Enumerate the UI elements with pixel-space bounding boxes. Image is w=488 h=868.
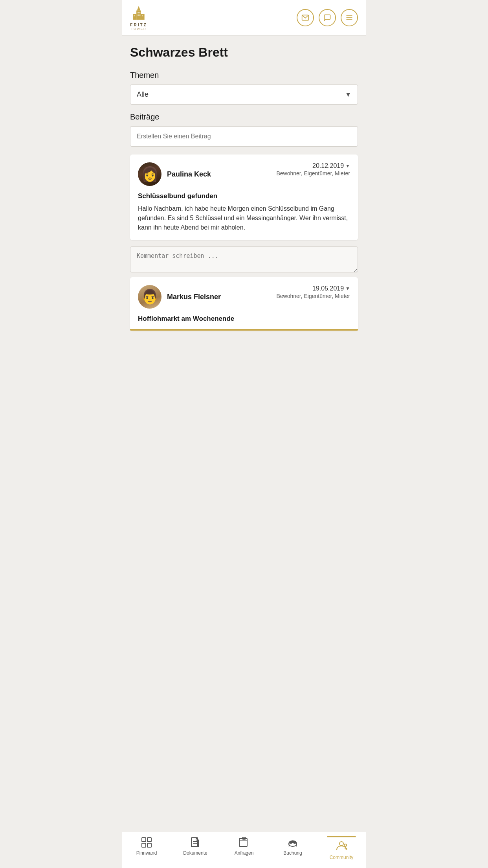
- post-date-arrow-icon: ▼: [345, 163, 350, 169]
- svg-rect-8: [134, 15, 135, 16]
- buchung-icon: [286, 836, 299, 849]
- svg-rect-14: [142, 838, 146, 842]
- bottom-nav: Pinnwand Dokumente Anfragen: [122, 832, 366, 868]
- post-user-info-2: Markus Fleisner: [138, 285, 221, 309]
- post-title-2: Hofflohmarkt am Wochenende: [138, 315, 350, 323]
- post-meta: 20.12.2019 ▼ Bewohner, Eigentümer, Miete…: [276, 162, 350, 177]
- logo: FRITZ TOWER: [130, 5, 147, 31]
- svg-rect-15: [147, 838, 151, 842]
- svg-rect-3: [139, 12, 140, 13]
- chat-button[interactable]: [319, 9, 336, 26]
- svg-rect-6: [133, 14, 136, 20]
- chevron-down-icon: ▼: [345, 91, 351, 98]
- post-user-info: Paulina Keck: [138, 162, 211, 186]
- svg-rect-5: [139, 15, 140, 16]
- nav-item-dokumente[interactable]: Dokumente: [171, 836, 220, 860]
- nav-label-anfragen: Anfragen: [235, 850, 254, 856]
- svg-rect-4: [138, 15, 139, 16]
- post-card-2: Markus Fleisner 19.05.2019 ▼ Bewohner, E…: [130, 277, 358, 331]
- comment-input[interactable]: [130, 246, 358, 272]
- anfragen-icon: [238, 836, 250, 849]
- nav-active-indicator: [327, 836, 356, 837]
- post-header-2: Markus Fleisner 19.05.2019 ▼ Bewohner, E…: [138, 285, 350, 309]
- nav-label-pinnwand: Pinnwand: [136, 850, 157, 856]
- header-icons: [297, 9, 358, 26]
- header: FRITZ TOWER: [122, 0, 366, 36]
- svg-rect-17: [147, 843, 151, 847]
- post-meta-2: 19.05.2019 ▼ Bewohner, Eigentümer, Miete…: [276, 285, 350, 299]
- mail-button[interactable]: [297, 9, 314, 26]
- svg-rect-21: [239, 839, 247, 846]
- mail-icon: [301, 14, 309, 22]
- dropdown-value: Alle: [137, 90, 149, 99]
- menu-button[interactable]: [341, 9, 358, 26]
- nav-label-community: Community: [330, 855, 354, 860]
- nav-label-dokumente: Dokumente: [183, 850, 207, 856]
- svg-point-30: [339, 842, 343, 846]
- main-content: Schwarzes Brett Themen Alle ▼ Beiträge P…: [122, 36, 366, 378]
- page-title: Schwarzes Brett: [130, 45, 358, 60]
- post-roles-2: Bewohner, Eigentümer, Mieter: [276, 293, 350, 299]
- post-author-name: Paulina Keck: [167, 170, 211, 178]
- themes-dropdown[interactable]: Alle ▼: [130, 85, 358, 105]
- nav-item-community[interactable]: Community: [317, 836, 366, 860]
- svg-rect-16: [142, 843, 146, 847]
- themes-label: Themen: [130, 71, 358, 80]
- post-date-2: 19.05.2019 ▼: [276, 285, 350, 292]
- post-header: Paulina Keck 20.12.2019 ▼ Bewohner, Eige…: [138, 162, 350, 186]
- community-icon: [335, 840, 348, 853]
- avatar: [138, 162, 161, 186]
- chat-icon: [323, 14, 331, 22]
- comment-input-container: [130, 246, 358, 274]
- create-post-input[interactable]: [130, 126, 358, 147]
- dokumente-icon: [189, 836, 202, 849]
- svg-marker-1: [137, 6, 141, 11]
- svg-point-29: [294, 842, 296, 844]
- post-date-arrow-icon-2: ▼: [345, 286, 350, 291]
- avatar-2: [138, 285, 161, 309]
- nav-item-anfragen[interactable]: Anfragen: [220, 836, 268, 860]
- logo-text: FRITZ: [130, 23, 147, 27]
- svg-point-31: [344, 844, 347, 846]
- svg-rect-9: [142, 15, 143, 16]
- svg-rect-7: [141, 14, 145, 20]
- pinnwand-icon: [140, 836, 153, 849]
- post-date: 20.12.2019 ▼: [276, 162, 350, 169]
- post-body: Hallo Nachbarn, ich habe heute Morgen ei…: [138, 204, 350, 232]
- logo-subtext: TOWER: [131, 27, 147, 31]
- nav-label-buchung: Buchung: [283, 850, 302, 856]
- logo-icon: [130, 5, 147, 22]
- nav-item-buchung[interactable]: Buchung: [268, 836, 317, 860]
- beitraege-label: Beiträge: [130, 112, 358, 121]
- post-author-name-2: Markus Fleisner: [167, 293, 221, 301]
- svg-rect-2: [138, 12, 139, 13]
- post-title: Schlüsselbund gefunden: [138, 192, 350, 200]
- nav-item-pinnwand[interactable]: Pinnwand: [122, 836, 171, 860]
- menu-icon: [345, 14, 353, 22]
- post-card: Paulina Keck 20.12.2019 ▼ Bewohner, Eige…: [130, 154, 358, 240]
- post-roles: Bewohner, Eigentümer, Mieter: [276, 170, 350, 177]
